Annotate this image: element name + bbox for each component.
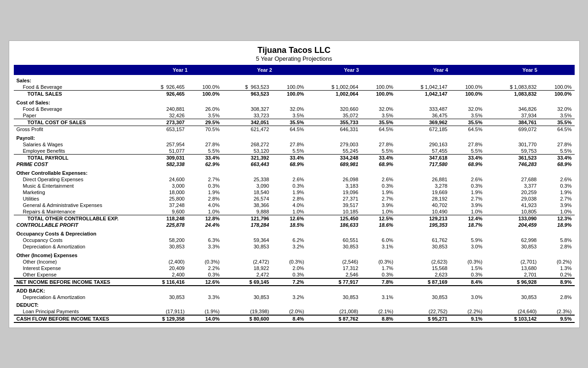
y1-total-sales: 926,465 [138,90,187,97]
occupancy-header-label: Occupancy Costs & Depreciation [14,228,138,237]
direct-ops-row: Direct Operating Expenses 24,600 2.7% 25… [14,176,575,183]
interest-expense-row: Interest Expense 20,409 2.2% 18,922 2.0%… [14,265,575,271]
other-ctrl-header-label: Other Controllable Expenses: [14,167,138,176]
total-payroll-row: TOTAL PAYROLL 309,031 33.4% 321,392 33.4… [14,154,575,161]
total-cost-sales-label: TOTAL COST OF SALES [14,119,138,126]
main-container: Tijuana Tacos LLC 5 Year Operating Proje… [9,40,580,328]
y4-food-bev-pct: 100.0% [450,84,485,91]
other-income-header-label: Other (Income) Expenses [14,250,138,259]
cash-flow-label: CASH FLOW BEFORE INCOME TAXES [14,315,138,322]
depreciation-row: Depreciation & Amortization 30,853 3.3% … [14,243,575,250]
payroll-header-label: Payroll: [14,132,138,141]
controllable-profit-label: CONTROLLABLE PROFIT [14,222,138,228]
projections-table: Year 1 Year 2 Year 3 Year 4 Year 5 Sales… [14,65,575,323]
header-year5: Year 5 [485,65,575,75]
header-year1: Year 1 [138,65,222,75]
report-subtitle: 5 Year Operating Projections [14,55,575,62]
occupancy-header-row: Occupancy Costs & Depreciation [14,228,575,237]
music-row: Music & Entertainment 3,000 0.3% 3,090 0… [14,183,575,189]
benefits-row: Employee Benefits 51,077 5.5% 53,120 5.5… [14,148,575,155]
addback-depr-row: Depreciation & Amortization 30,853 3.3% … [14,294,575,300]
loan-principal-row: Loan Principal Payments (17,911) (1.9%) … [14,308,575,315]
company-title: Tijuana Tacos LLC [14,46,575,55]
y5-food-bev-pct: 100.0% [539,84,574,91]
y2-total-sales: 963,523 [222,90,272,97]
y5-food-bev-val: $ 1,083,832 [485,84,540,91]
total-sales-row: TOTAL SALES 926,465 100.0% 963,523 100.0… [14,90,575,97]
cost-sales-header-row: Cost of Sales: [14,97,575,106]
total-other-ctrl-row: TOTAL OTHER CONTROLLABLE EXP. 118,248 12… [14,215,575,222]
net-income-row: NET INCOME BEFORE INCOME TAXES $ 116,416… [14,278,575,286]
add-back-header-row: ADD BACK: [14,286,575,294]
controllable-profit-row: CONTROLLABLE PROFIT 225,878 24.4% 178,28… [14,222,575,228]
total-cost-sales-row: TOTAL COST OF SALES 273,307 29.5% 342,05… [14,119,575,126]
cost-food-bev-row: Food & Beverage 240,881 26.0% 308,327 32… [14,106,575,112]
salaries-row: Salaries & Wages 257,954 27.8% 268,272 2… [14,141,575,148]
food-beverage-row: Food & Beverage $ 926,465 100.0% $ 963,5… [14,84,575,91]
gross-profit-label: Gross Profit [14,126,138,132]
y5-total-sales: 1,083,832 [485,90,540,97]
sales-header-row: Sales: [14,75,575,84]
other-ctrl-header-row: Other Controllable Expenses: [14,167,575,176]
header-year4: Year 4 [396,65,485,75]
occupancy-costs-row: Occupancy Costs 58,200 6.3% 59,364 6.2% … [14,237,575,243]
y2-food-bev-pct: 100.0% [272,84,307,91]
repairs-row: Repairs & Maintenance 9,600 1.0% 9,888 1… [14,208,575,215]
ga-row: General & Administrative Expenses 37,248… [14,202,575,208]
other-income-header-row: Other (Income) Expenses [14,250,575,259]
prime-cost-row: PRIME COST 582,338 62.9% 663,443 68.9% 6… [14,161,575,167]
cost-sales-header-label: Cost of Sales: [14,97,138,106]
deduct-header-row: DEDUCT: [14,300,575,308]
y1-total-sales-pct: 100.0% [187,90,222,97]
y2-food-bev-val: $ 963,523 [222,84,272,91]
cost-paper-label: Paper [14,112,138,119]
utilities-row: Utilities 25,800 2.8% 26,574 2.8% 27,371… [14,196,575,202]
header-year2: Year 2 [222,65,307,75]
marketing-row: Marketing 18,000 1.9% 18,540 1.9% 19,096… [14,189,575,196]
other-income-row: Other (Income) (2,400) (0.3%) (2,472) (0… [14,259,575,265]
cost-food-bev-label: Food & Beverage [14,106,138,112]
y1-food-bev-val: $ 926,465 [138,84,187,91]
food-bev-label: Food & Beverage [14,84,138,91]
total-sales-label: TOTAL SALES [14,90,138,97]
y4-total-sales: 1,042,147 [396,90,450,97]
y1-food-bev-pct: 100.0% [187,84,222,91]
header-label [14,65,138,75]
header-year3: Year 3 [307,65,396,75]
prime-cost-label: PRIME COST [14,161,138,167]
other-expense-row: Other Expense 2,400 0.3% 2,472 0.3% 2,54… [14,271,575,278]
y3-food-bev-val: $ 1,002,064 [307,84,361,91]
y2-total-sales-pct: 100.0% [272,90,307,97]
y4-total-sales-pct: 100.0% [450,90,485,97]
y3-total-sales: 1,002,064 [307,90,361,97]
y3-food-bev-pct: 100.0% [361,84,396,91]
y5-total-sales-pct: 100.0% [539,90,574,97]
cost-paper-row: Paper 32,426 3.5% 33,723 3.5% 35,072 3.5… [14,112,575,119]
sales-header-label: Sales: [14,75,138,84]
y4-food-bev-val: $ 1,042,147 [396,84,450,91]
title-section: Tijuana Tacos LLC 5 Year Operating Proje… [14,46,575,62]
cash-flow-row: CASH FLOW BEFORE INCOME TAXES $ 129,358 … [14,315,575,322]
y3-total-sales-pct: 100.0% [361,90,396,97]
gross-profit-row: Gross Profit 653,157 70.5% 621,472 64.5%… [14,126,575,132]
net-income-label: NET INCOME BEFORE INCOME TAXES [14,278,138,286]
payroll-header-row: Payroll: [14,132,575,141]
